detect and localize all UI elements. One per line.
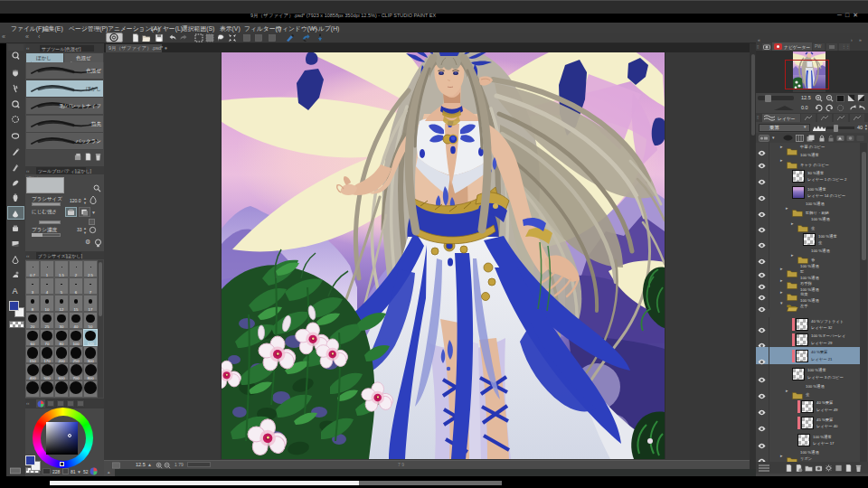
svg-text:A: A bbox=[13, 286, 18, 295]
